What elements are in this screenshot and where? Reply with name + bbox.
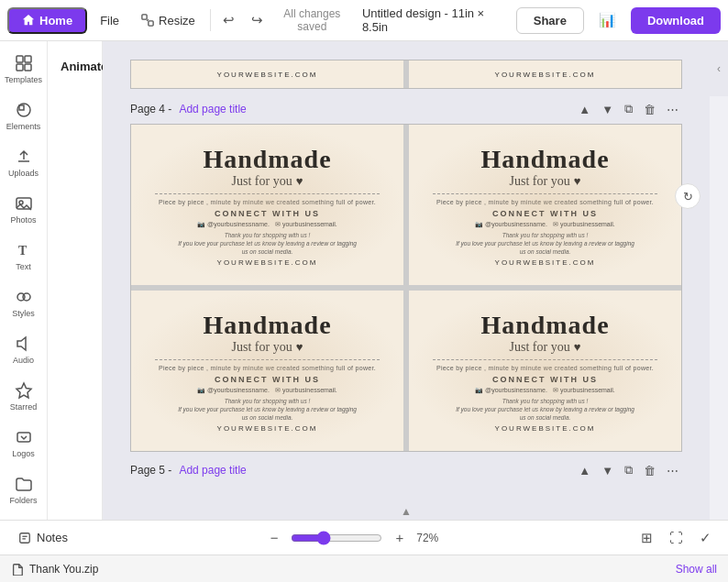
notes-icon	[18, 532, 31, 544]
card4-email: ✉ yourbusinessemail.	[553, 387, 615, 394]
sidebar-item-logos[interactable]: Logos	[0, 421, 47, 466]
redo-button[interactable]: ↪	[245, 7, 270, 33]
notes-button[interactable]: Notes	[11, 527, 75, 548]
file-icon	[11, 563, 24, 576]
sidebar-item-templates[interactable]: Templates	[0, 47, 47, 92]
page4-copy-btn[interactable]: ⧉	[621, 100, 636, 118]
prev-website-2: YOURWEBSITE.COM	[495, 71, 596, 79]
card4-subtitle: Just for you ♥	[510, 340, 581, 355]
page4-down-btn[interactable]: ▼	[598, 100, 617, 118]
card-4[interactable]: Handmade Just for you ♥ Piece by piece ,…	[409, 291, 681, 451]
page5-copy-btn[interactable]: ⧉	[621, 461, 636, 479]
sidebar: Templates Elements Uploads Photos T Text…	[0, 41, 48, 520]
page4-delete-btn[interactable]: 🗑	[640, 100, 659, 118]
sidebar-item-audio[interactable]: Audio	[0, 327, 47, 372]
zoom-slider[interactable]	[291, 531, 382, 545]
fullscreen-button[interactable]: ⛶	[664, 526, 689, 549]
grid-view-button[interactable]: ⊞	[635, 526, 658, 550]
card2-tagline: Piece by piece , minute by minute we cre…	[436, 199, 654, 205]
page4-more-btn[interactable]: ⋯	[663, 100, 682, 118]
sidebar-item-folders[interactable]: Folders	[0, 467, 47, 512]
uploads-label: Uploads	[8, 169, 39, 178]
expand-button[interactable]: ▲	[401, 505, 412, 518]
page4-add-title[interactable]: Add page title	[179, 103, 246, 115]
page5-controls: ▲ ▼ ⧉ 🗑 ⋯	[575, 461, 682, 479]
resize-label: Resize	[159, 14, 195, 27]
file-bar: Thank You.zip Show all	[0, 555, 728, 582]
canvas-area[interactable]: YOURWEBSITE.COM YOURWEBSITE.COM Page 4 -…	[103, 41, 710, 520]
card1-social: 📷 @yourbusinessname. ✉ yourbusinessemail…	[197, 221, 337, 228]
page5-add-title[interactable]: Add page title	[179, 464, 246, 477]
bottom-bar: Notes − + 72% ⊞ ⛶ ✓	[0, 520, 728, 555]
card3-email: ✉ yourbusinessemail.	[275, 387, 337, 394]
card-2[interactable]: Handmade Just for you ♥ Piece by piece ,…	[409, 125, 681, 285]
photos-icon	[15, 194, 33, 213]
collapse-button[interactable]: ‹	[710, 41, 728, 96]
file-button[interactable]: File	[91, 9, 128, 32]
card4-social: 📷 @yourbusinessname. ✉ yourbusinessemail…	[475, 387, 615, 394]
card4-main-title: Handmade	[480, 313, 609, 338]
analytics-button[interactable]: 📊	[591, 7, 623, 33]
bottom-center: − + 72%	[83, 526, 628, 549]
elements-icon	[15, 101, 33, 119]
card1-connect: Connect with us	[215, 209, 320, 218]
zoom-in-button[interactable]: +	[390, 526, 409, 549]
resize-icon	[141, 14, 154, 27]
sidebar-item-styles[interactable]: Styles	[0, 280, 47, 325]
sidebar-item-uploads[interactable]: Uploads	[0, 140, 47, 185]
card2-email: ✉ yourbusinessemail.	[553, 221, 615, 228]
page5-delete-btn[interactable]: 🗑	[640, 461, 659, 479]
resize-button[interactable]: Resize	[132, 9, 204, 32]
card4-connect: Connect with us	[492, 375, 598, 384]
logos-icon	[15, 428, 33, 446]
folders-label: Folders	[9, 496, 37, 505]
svg-rect-4	[25, 56, 31, 62]
page4-controls: ▲ ▼ ⧉ 🗑 ⋯	[575, 100, 682, 118]
card4-tagline: Piece by piece , minute by minute we cre…	[436, 365, 654, 371]
animate-panel-inner: Animate	[53, 50, 96, 82]
show-all-link[interactable]: Show all	[676, 563, 717, 576]
check-button[interactable]: ✓	[694, 526, 717, 550]
undo-button[interactable]: ↩	[216, 7, 241, 33]
topbar-right: Share 📊 Download	[516, 7, 721, 34]
audio-label: Audio	[13, 356, 34, 365]
card2-heart: ♥	[574, 174, 581, 189]
main-layout: Templates Elements Uploads Photos T Text…	[0, 41, 728, 520]
animate-panel: Animate	[48, 41, 103, 520]
page5-up-btn[interactable]: ▲	[575, 461, 594, 479]
starred-label: Starred	[10, 402, 38, 412]
templates-icon	[15, 54, 33, 72]
audio-icon	[15, 335, 33, 353]
card2-divider	[433, 193, 658, 194]
page4-card-grid[interactable]: Handmade Just for you ♥ Piece by piece ,…	[130, 124, 682, 452]
card4-ig: 📷 @yourbusinessname.	[475, 387, 547, 394]
folders-icon	[15, 475, 33, 493]
prev-page-partial: YOURWEBSITE.COM YOURWEBSITE.COM	[130, 60, 682, 89]
page4-up-btn[interactable]: ▲	[575, 100, 594, 118]
page5-more-btn[interactable]: ⋯	[663, 461, 682, 479]
photos-label: Photos	[10, 215, 36, 225]
card-1[interactable]: Handmade Just for you ♥ Piece by piece ,…	[131, 125, 403, 285]
svg-rect-1	[149, 21, 153, 26]
sidebar-item-starred[interactable]: Starred	[0, 374, 47, 419]
sidebar-item-elements[interactable]: Elements	[0, 93, 47, 138]
home-icon	[22, 14, 35, 27]
topbar-left: Home File Resize ↩ ↪ All changes saved	[7, 7, 351, 34]
zoom-out-button[interactable]: −	[265, 526, 284, 549]
sidebar-item-photos[interactable]: Photos	[0, 187, 47, 232]
refresh-button[interactable]: ↻	[675, 183, 700, 209]
file-label: File	[100, 14, 119, 27]
card1-website: YOURWEBSITE.COM	[217, 258, 318, 267]
card-3[interactable]: Handmade Just for you ♥ Piece by piece ,…	[131, 291, 403, 451]
page5-down-btn[interactable]: ▼	[598, 461, 617, 479]
card2-website: YOURWEBSITE.COM	[495, 258, 596, 267]
card3-connect: Connect with us	[215, 375, 320, 384]
card1-heart: ♥	[296, 174, 303, 189]
card2-subtitle: Just for you ♥	[510, 174, 581, 189]
sidebar-item-text[interactable]: T Text	[0, 234, 47, 279]
home-button[interactable]: Home	[7, 7, 87, 34]
topbar-divider	[210, 9, 211, 31]
download-button[interactable]: Download	[631, 7, 721, 34]
share-button[interactable]: Share	[516, 7, 584, 34]
topbar: Home File Resize ↩ ↪ All changes saved U…	[0, 0, 728, 41]
